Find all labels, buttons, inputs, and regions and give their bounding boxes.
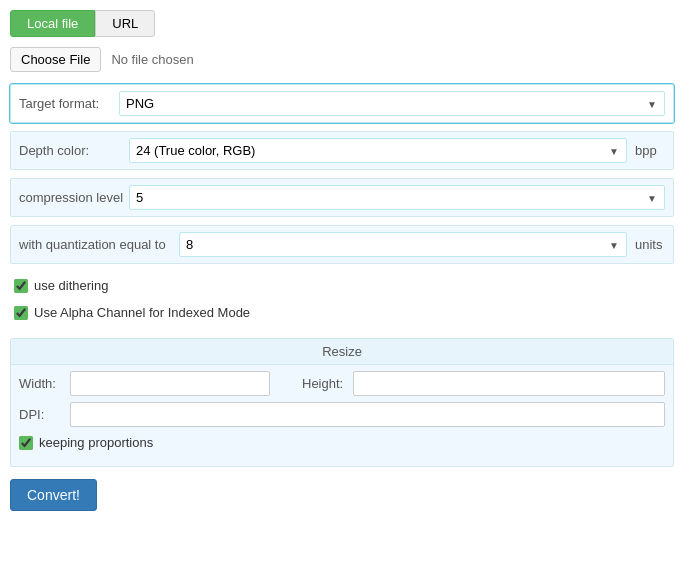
depth-color-unit: bpp <box>635 143 665 158</box>
height-label: Height: <box>302 376 347 391</box>
dithering-checkbox[interactable] <box>14 279 28 293</box>
compression-label: compression level <box>19 190 129 205</box>
quantization-select[interactable]: 1248 163264128256 <box>179 232 627 257</box>
checkboxes-section: use dithering Use Alpha Channel for Inde… <box>10 272 674 338</box>
width-input[interactable] <box>70 371 270 396</box>
width-height-row: Width: Height: <box>19 371 665 396</box>
target-format-row: Target format: PNG JPEG GIF BMP TIFF WEB… <box>10 84 674 123</box>
alpha-channel-label: Use Alpha Channel for Indexed Mode <box>34 305 250 320</box>
depth-color-row: Depth color: 1 (Black and white) 8 (256 … <box>10 131 674 170</box>
quantization-unit: units <box>635 237 665 252</box>
file-chooser-row: Choose File No file chosen <box>10 47 674 72</box>
tab-local-file[interactable]: Local file <box>10 10 95 37</box>
alpha-channel-row: Use Alpha Channel for Indexed Mode <box>14 303 674 322</box>
dpi-label: DPI: <box>19 407 64 422</box>
compression-select-wrapper: 01234 56789 <box>129 185 665 210</box>
width-label: Width: <box>19 376 64 391</box>
resize-header: Resize <box>11 339 673 365</box>
keeping-proportions-label: keeping proportions <box>39 435 153 450</box>
resize-section: Resize Width: Height: DPI: keeping propo… <box>10 338 674 467</box>
compression-select[interactable]: 01234 56789 <box>129 185 665 210</box>
keeping-proportions-row: keeping proportions <box>19 433 665 452</box>
choose-file-button[interactable]: Choose File <box>10 47 101 72</box>
dithering-label: use dithering <box>34 278 108 293</box>
compression-row: compression level 01234 56789 <box>10 178 674 217</box>
height-input[interactable] <box>353 371 665 396</box>
target-format-select[interactable]: PNG JPEG GIF BMP TIFF WEBP <box>119 91 665 116</box>
no-file-label: No file chosen <box>111 52 193 67</box>
convert-button[interactable]: Convert! <box>10 479 97 511</box>
target-format-label: Target format: <box>19 96 119 111</box>
quantization-select-wrapper: 1248 163264128256 <box>179 232 627 257</box>
tab-url[interactable]: URL <box>95 10 155 37</box>
resize-body: Width: Height: DPI: keeping proportions <box>11 365 673 466</box>
quantization-row: with quantization equal to 1248 16326412… <box>10 225 674 264</box>
depth-color-label: Depth color: <box>19 143 129 158</box>
dpi-row: DPI: <box>19 402 665 427</box>
alpha-channel-checkbox[interactable] <box>14 306 28 320</box>
depth-color-select-wrapper: 1 (Black and white) 8 (256 colors) 24 (T… <box>129 138 627 163</box>
keeping-proportions-checkbox[interactable] <box>19 436 33 450</box>
dithering-row: use dithering <box>14 276 674 295</box>
depth-color-select[interactable]: 1 (Black and white) 8 (256 colors) 24 (T… <box>129 138 627 163</box>
tab-bar: Local file URL <box>10 10 674 37</box>
target-format-select-wrapper: PNG JPEG GIF BMP TIFF WEBP <box>119 91 665 116</box>
dpi-input[interactable] <box>70 402 665 427</box>
quantization-label: with quantization equal to <box>19 237 179 252</box>
